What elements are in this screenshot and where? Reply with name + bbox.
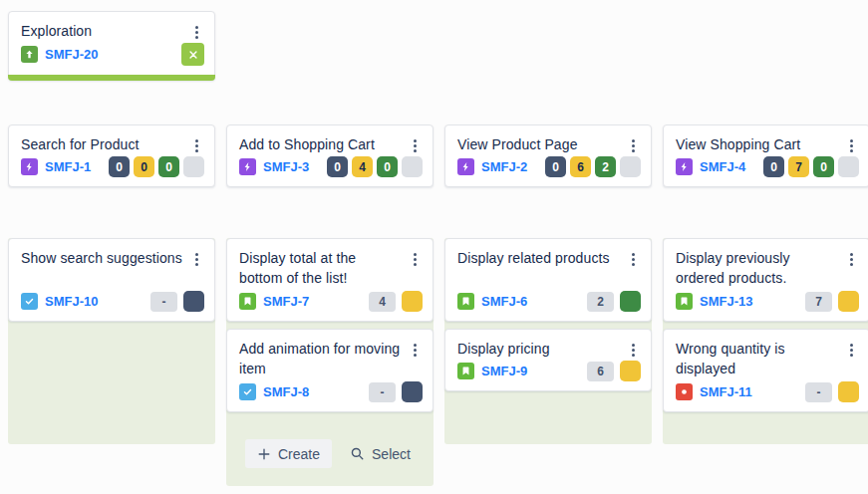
search-icon: [350, 446, 365, 461]
status-color-square[interactable]: [838, 381, 859, 402]
count-badge-empty: [402, 156, 423, 177]
count-badge-empty: [838, 156, 859, 177]
count-badge-inprogress: 4: [352, 156, 373, 177]
status-color-square[interactable]: [620, 361, 641, 381]
estimate-badge[interactable]: 4: [369, 292, 396, 312]
count-badge-todo: 0: [763, 156, 784, 177]
count-badge-done: 0: [813, 156, 834, 177]
kebab-menu-icon[interactable]: [189, 23, 203, 41]
card-title: Display previously ordered products.: [676, 248, 857, 288]
epic-icon: [676, 158, 693, 175]
issue-key-link[interactable]: SMFJ-3: [263, 159, 309, 174]
card-title: Add to Shopping Cart: [239, 134, 421, 154]
epic-header-card[interactable]: View Product Page SMFJ-2 0 6 2: [444, 124, 652, 187]
kebab-menu-icon[interactable]: [408, 341, 422, 359]
plus-icon: [257, 447, 271, 461]
count-badge-inprogress: 7: [788, 156, 809, 177]
story-icon: [676, 293, 693, 310]
card-title: Display pricing: [457, 339, 639, 359]
card-title: Exploration: [21, 21, 202, 41]
estimate-badge[interactable]: 7: [805, 292, 832, 312]
select-button[interactable]: Select: [338, 439, 423, 468]
kebab-menu-icon[interactable]: [189, 136, 203, 154]
count-badge-empty: [620, 156, 641, 177]
kebab-menu-icon[interactable]: [626, 341, 640, 359]
kebab-menu-icon[interactable]: [844, 341, 858, 359]
count-badge-inprogress: 6: [570, 156, 591, 177]
count-badge-done: 2: [595, 156, 616, 177]
count-badge-todo: 0: [327, 156, 348, 177]
issue-key-link[interactable]: SMFJ-2: [481, 159, 527, 174]
epic-icon: [21, 158, 38, 175]
epic-header-card[interactable]: Search for Product SMFJ-1 0 0 0: [8, 124, 215, 187]
epic-header-card[interactable]: View Shopping Cart SMFJ-4 0 7 0: [663, 124, 868, 187]
select-button-label: Select: [372, 446, 411, 462]
task-icon: [21, 293, 38, 310]
epic-color-bar: [8, 75, 215, 81]
story-icon: [457, 363, 474, 379]
issue-key-link[interactable]: SMFJ-7: [263, 294, 309, 309]
count-badge-done: 0: [158, 156, 179, 177]
issue-card[interactable]: Display previously ordered products. SMF…: [663, 238, 868, 322]
issue-card[interactable]: Display pricing SMFJ-9 6: [444, 329, 652, 391]
issue-card[interactable]: Wrong quantity is displayed SMFJ-11 -: [663, 329, 868, 412]
count-badge-inprogress: 0: [134, 156, 154, 177]
issue-key-link[interactable]: SMFJ-20: [45, 47, 98, 62]
kebab-menu-icon[interactable]: [626, 250, 640, 268]
story-icon: [457, 293, 474, 310]
bug-icon: [676, 383, 693, 400]
epic-header-card[interactable]: Add to Shopping Cart SMFJ-3 0 4 0: [226, 124, 434, 187]
card-title: Search for Product: [21, 134, 202, 154]
issue-key-link[interactable]: SMFJ-13: [700, 294, 752, 309]
count-badge-empty: [183, 156, 204, 177]
create-button[interactable]: Create: [245, 439, 332, 468]
issue-key-link[interactable]: SMFJ-11: [700, 384, 752, 399]
estimate-badge[interactable]: 6: [587, 362, 614, 381]
card-title: Display related products: [457, 248, 639, 268]
exploration-card[interactable]: Exploration SMFJ-20: [8, 11, 215, 81]
kebab-menu-icon[interactable]: [844, 250, 858, 268]
estimate-badge[interactable]: -: [150, 292, 177, 312]
issue-card[interactable]: Show search suggestions SMFJ-10 -: [8, 238, 215, 322]
status-color-square[interactable]: [838, 291, 859, 312]
count-badge-todo: 0: [545, 156, 566, 177]
status-color-square[interactable]: [620, 291, 641, 312]
status-color-square[interactable]: [402, 291, 423, 312]
estimate-badge[interactable]: -: [805, 382, 832, 402]
kebab-menu-icon[interactable]: [626, 136, 640, 154]
issue-key-link[interactable]: SMFJ-8: [263, 384, 309, 399]
status-color-square[interactable]: [402, 381, 423, 402]
card-title: View Shopping Cart: [676, 134, 857, 154]
kebab-menu-icon[interactable]: [408, 250, 422, 268]
close-icon: [188, 50, 198, 60]
issue-card[interactable]: Display related products SMFJ-6 2: [444, 238, 652, 322]
issue-card[interactable]: Display total at the bottom of the list!…: [226, 238, 434, 322]
epic-icon: [457, 158, 474, 175]
epic-icon: [239, 158, 256, 175]
issue-key-link[interactable]: SMFJ-10: [45, 294, 98, 309]
issue-key-link[interactable]: SMFJ-6: [481, 294, 527, 309]
clear-epic-button[interactable]: [181, 43, 204, 66]
estimate-badge[interactable]: -: [369, 382, 396, 402]
issue-key-link[interactable]: SMFJ-1: [45, 159, 91, 174]
count-badge-done: 0: [377, 156, 398, 177]
kebab-menu-icon[interactable]: [408, 136, 422, 154]
create-button-label: Create: [278, 446, 320, 462]
story-icon: [239, 293, 256, 310]
card-title: Wrong quantity is displayed: [676, 339, 857, 378]
issue-key-link[interactable]: SMFJ-4: [700, 159, 745, 174]
task-icon: [239, 383, 256, 400]
story-map-board: Exploration SMFJ-20 Search for Product S…: [0, 0, 868, 494]
count-badge-todo: 0: [109, 156, 130, 177]
card-title: View Product Page: [457, 134, 639, 154]
card-title: Add animation for moving item: [239, 339, 421, 378]
status-color-square[interactable]: [183, 291, 204, 312]
improvement-icon: [21, 46, 38, 63]
kebab-menu-icon[interactable]: [189, 250, 203, 268]
estimate-badge[interactable]: 2: [587, 292, 614, 312]
card-title: Display total at the bottom of the list!: [239, 248, 421, 288]
issue-key-link[interactable]: SMFJ-9: [481, 364, 527, 378]
column-footer-actions: Create Select: [245, 439, 423, 468]
kebab-menu-icon[interactable]: [844, 136, 858, 154]
issue-card[interactable]: Add animation for moving item SMFJ-8 -: [226, 329, 434, 412]
